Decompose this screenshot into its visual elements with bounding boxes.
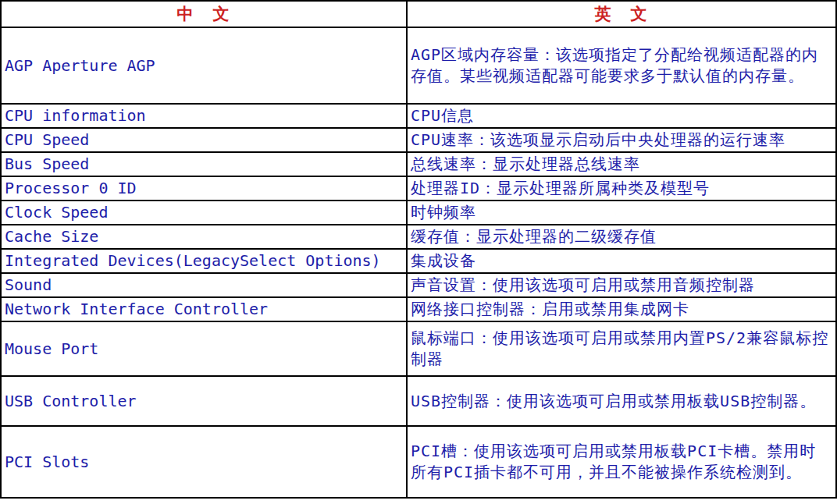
cell-description: PCI槽：使用该选项可启用或禁用板载PCI卡槽。禁用时所有PCI插卡都不可用，并… [407,426,836,498]
cell-description: 缓存值：显示处理器的二级缓存值 [407,225,836,249]
cell-description: 集成设备 [407,249,836,273]
cell-term: CPU information [1,104,407,128]
cell-term: Clock Speed [1,201,407,225]
cell-term: AGP Aperture AGP [1,27,407,104]
glossary-table: 中 文 英 文 AGP Aperture AGP AGP区域内存容量：该选项指定… [0,0,837,499]
cell-term: Bus Speed [1,152,407,176]
table-row: AGP Aperture AGP AGP区域内存容量：该选项指定了分配给视频适配… [1,27,836,104]
table-row: USB Controller USB控制器：使用该选项可启用或禁用板载USB控制… [1,376,836,426]
cell-term: Cache Size [1,225,407,249]
cell-term: USB Controller [1,376,407,426]
table-row: Integrated Devices(LegacySelect Options)… [1,249,836,273]
cell-term: PCI Slots [1,426,407,498]
cell-term: CPU Speed [1,128,407,152]
cell-description: USB控制器：使用该选项可启用或禁用板载USB控制器。 [407,376,836,426]
cell-term: Mouse Port [1,321,407,376]
cell-term: Processor 0 ID [1,176,407,201]
cell-term: Sound [1,273,407,297]
table-row: CPU information CPU信息 [1,104,836,128]
table-row: Sound 声音设置：使用该选项可启用或禁用音频控制器 [1,273,836,297]
cell-description: 声音设置：使用该选项可启用或禁用音频控制器 [407,273,836,297]
table-row: Mouse Port 鼠标端口：使用该选项可启用或禁用内置PS/2兼容鼠标控制器 [1,321,836,376]
cell-description: AGP区域内存容量：该选项指定了分配给视频适配器的内存值。某些视频适配器可能要求… [407,27,836,104]
cell-description: 处理器ID：显示处理器所属种类及模型号 [407,176,836,201]
cell-description: 网络接口控制器：启用或禁用集成网卡 [407,297,836,321]
table-row: Network Interface Controller 网络接口控制器：启用或… [1,297,836,321]
cell-description: 总线速率：显示处理器总线速率 [407,152,836,176]
table-row: Processor 0 ID 处理器ID：显示处理器所属种类及模型号 [1,176,836,201]
table-row: CPU Speed CPU速率：该选项显示启动后中央处理器的运行速率 [1,128,836,152]
column-header-english: 英 文 [407,1,836,27]
cell-description: 时钟频率 [407,201,836,225]
cell-term: Integrated Devices(LegacySelect Options) [1,249,407,273]
table-row: Cache Size 缓存值：显示处理器的二级缓存值 [1,225,836,249]
cell-description: CPU速率：该选项显示启动后中央处理器的运行速率 [407,128,836,152]
column-header-chinese: 中 文 [1,1,407,27]
header-row: 中 文 英 文 [1,1,836,27]
cell-term: Network Interface Controller [1,297,407,321]
cell-description: CPU信息 [407,104,836,128]
table-row: Clock Speed 时钟频率 [1,201,836,225]
table-row: Bus Speed 总线速率：显示处理器总线速率 [1,152,836,176]
cell-description: 鼠标端口：使用该选项可启用或禁用内置PS/2兼容鼠标控制器 [407,321,836,376]
table-row: PCI Slots PCI槽：使用该选项可启用或禁用板载PCI卡槽。禁用时所有P… [1,426,836,498]
